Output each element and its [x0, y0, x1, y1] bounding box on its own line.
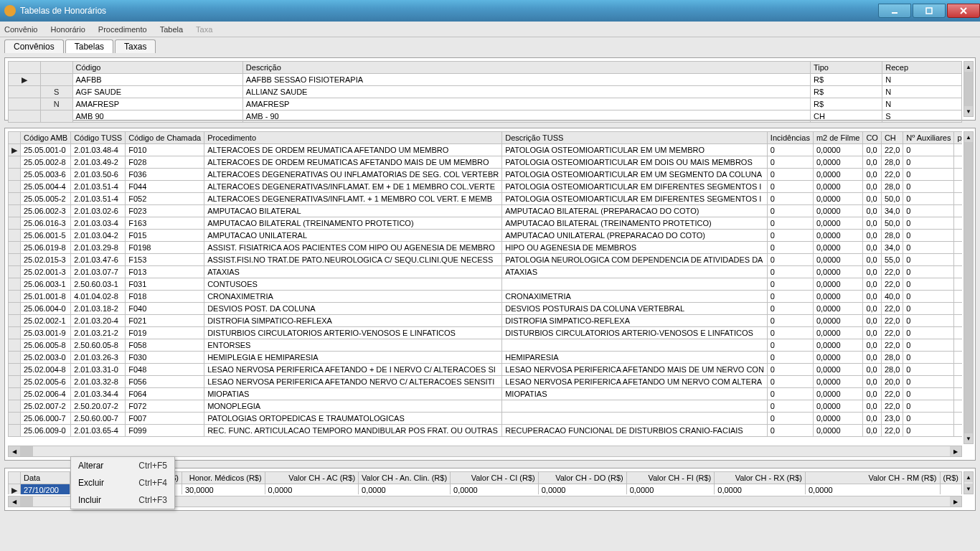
tab-tabelas[interactable]: Tabelas — [65, 39, 113, 53]
top-grid-vscroll[interactable]: ▲ ▼ — [963, 61, 974, 117]
column-header[interactable]: (R$) — [940, 472, 961, 484]
column-header[interactable]: Tipo — [811, 62, 882, 74]
menu-taxa[interactable]: Taxa — [196, 25, 212, 34]
table-cell: F010 — [126, 144, 204, 156]
scrollbar-thumb[interactable] — [20, 446, 33, 456]
column-header[interactable]: Data — [21, 472, 70, 484]
column-header[interactable]: Honor. Médicos (R$) — [182, 472, 265, 484]
column-header[interactable]: Recep — [882, 62, 962, 74]
column-header[interactable]: Código — [72, 62, 242, 74]
top-grid[interactable]: CódigoDescriçãoTipoRecep ▶AAFBBAAFBB SES… — [8, 61, 962, 123]
row-marker — [9, 315, 21, 327]
table-row[interactable]: 25.02.007-22.50.20.07-2F072MONOPLEGIA00,… — [9, 400, 963, 413]
table-row[interactable]: 25.05.005-22.01.03.51-4F052ALTERACOES DE… — [9, 193, 963, 205]
close-button[interactable] — [947, 4, 980, 18]
column-header[interactable]: Valor CH - DO (R$) — [538, 472, 626, 484]
table-row[interactable]: 25.06.019-82.01.03.29-8F0198ASSIST. FISI… — [9, 242, 963, 254]
column-header[interactable]: Código de Chamada — [126, 132, 204, 144]
table-row[interactable]: 25.06.016-32.01.03.03-4F163AMPUTACAO BIL… — [9, 217, 963, 230]
column-header[interactable]: Descrição — [242, 62, 810, 74]
table-row[interactable]: 25.06.001-52.01.03.04-2F015AMPUTACAO UNI… — [9, 230, 963, 242]
column-header[interactable]: Procedimento — [204, 132, 502, 144]
column-header[interactable]: Valor CH - CI (R$) — [451, 472, 539, 484]
table-row[interactable]: SAGF SAUDEALLIANZ SAUDER$N — [9, 86, 962, 98]
column-header[interactable]: Código TUSS — [71, 132, 126, 144]
table-row[interactable]: 25.02.002-12.01.03.20-4F021DISTROFIA SIM… — [9, 315, 963, 327]
table-row[interactable]: 25.05.003-62.01.03.50-6F036ALTERACOES DE… — [9, 169, 963, 181]
main-grid[interactable]: Código AMBCódigo TUSSCódigo de ChamadaPr… — [8, 131, 962, 437]
titlebar: Tabelas de Honorários — [0, 0, 980, 22]
scrollbar-thumb[interactable] — [964, 142, 973, 433]
menu-item-excluir[interactable]: Excluir Ctrl+F4 — [71, 474, 174, 491]
column-header[interactable] — [40, 62, 72, 74]
app-icon — [4, 5, 16, 17]
column-header[interactable]: Valor CH - RX (R$) — [715, 472, 806, 484]
column-header[interactable]: Nº Auxiliares — [903, 132, 954, 144]
column-header[interactable] — [9, 62, 41, 74]
table-cell: 0,0 — [863, 352, 882, 364]
table-cell: 2.01.03.32-8 — [71, 376, 126, 388]
table-row[interactable]: NAMAFRESPAMAFRESPR$N — [9, 98, 962, 110]
column-header[interactable]: m2 de Filme — [813, 132, 863, 144]
table-cell: N — [882, 74, 962, 86]
table-row[interactable]: 25.02.004-82.01.03.31-0F048LESAO NERVOSA… — [9, 364, 963, 376]
arrow-down-icon: ▼ — [966, 486, 971, 492]
column-header[interactable]: p — [954, 132, 962, 144]
table-cell — [954, 388, 962, 400]
table-row[interactable]: 25.02.001-32.01.03.07-7F013ATAXIASATAXIA… — [9, 266, 963, 278]
menu-honorario[interactable]: Honorário — [50, 25, 85, 34]
table-cell: 2.01.03.20-4 — [71, 315, 126, 327]
menu-convenio[interactable]: Convênio — [4, 25, 37, 34]
minimize-button[interactable] — [878, 4, 911, 18]
table-cell: HEMIPLEGIA E HEMIPARESIA — [204, 352, 502, 364]
table-row[interactable]: 25.06.002-32.01.03.02-6F023AMPUTACAO BIL… — [9, 205, 963, 217]
table-cell: 0 — [903, 230, 954, 242]
scrollbar-thumb[interactable] — [20, 496, 33, 507]
table-row[interactable]: 25.06.004-02.01.03.18-2F040DESVIOS POST.… — [9, 303, 963, 315]
column-header[interactable]: Valor CH - An. Clin. (R$) — [359, 472, 451, 484]
maximize-button[interactable] — [913, 4, 946, 18]
column-header[interactable]: CO — [863, 132, 882, 144]
menu-item-incluir[interactable]: Incluir Ctrl+F3 — [71, 491, 174, 509]
table-row[interactable]: ▶AAFBBAAFBB SESSAO FISIOTERAPIAR$N — [9, 74, 962, 86]
table-row[interactable]: 25.01.001-84.01.04.02-8F018CRONAXIMETRIA… — [9, 291, 963, 303]
scrollbar-thumb[interactable] — [964, 72, 973, 108]
table-cell: 2.01.03.65-4 — [71, 425, 126, 437]
table-row[interactable]: 25.02.015-32.01.03.47-6F153ASSIST.FISI.N… — [9, 254, 963, 266]
bottom-grid-vscroll[interactable]: ▲ ▼ — [963, 471, 974, 494]
column-header[interactable]: Valor CH - FI (R$) — [626, 472, 715, 484]
menu-item-alterar[interactable]: Alterar Ctrl+F5 — [71, 457, 174, 474]
table-cell: 0,0 — [863, 169, 882, 181]
table-row[interactable]: 25.06.009-02.01.03.65-4F099REC. FUNC. AR… — [9, 425, 963, 437]
table-cell: 0,0 — [863, 291, 882, 303]
table-row[interactable]: 25.03.001-92.01.03.21-2F019DISTURBIOS CI… — [9, 327, 963, 339]
table-row[interactable]: 25.06.000-72.50.60.00-7F007PATOLOGIAS OR… — [9, 413, 963, 425]
column-header[interactable]: Código AMB — [21, 132, 71, 144]
table-row[interactable]: AMB 90AMB - 90CHS — [9, 110, 962, 123]
menu-tabela[interactable]: Tabela — [160, 25, 183, 34]
column-header[interactable]: Valor CH - AC (R$) — [265, 472, 358, 484]
table-row[interactable]: 25.05.004-42.01.03.51-4F044ALTERACOES DE… — [9, 181, 963, 193]
column-header[interactable]: CH — [881, 132, 903, 144]
column-header[interactable]: Incidências — [767, 132, 813, 144]
table-row[interactable]: 25.02.006-42.01.03.34-4F064MIOPATIASMIOP… — [9, 388, 963, 400]
table-row[interactable]: 25.06.003-12.50.60.03-1F031CONTUSOES00,0… — [9, 278, 963, 291]
table-cell: 2.01.03.51-4 — [71, 193, 126, 205]
table-row[interactable]: 25.02.005-62.01.03.32-8F056LESAO NERVOSA… — [9, 376, 963, 388]
table-cell — [954, 364, 962, 376]
tab-taxas[interactable]: Taxas — [115, 39, 156, 53]
menu-procedimento[interactable]: Procedimento — [98, 25, 147, 34]
table-row[interactable]: 25.05.002-82.01.03.49-2F028ALTERACOES DE… — [9, 156, 963, 169]
table-row[interactable]: 25.02.003-02.01.03.26-3F030HEMIPLEGIA E … — [9, 352, 963, 364]
column-header[interactable]: Descrição TUSS — [502, 132, 768, 144]
table-cell: CRONAXIMETRIA — [502, 291, 768, 303]
table-cell: 0 — [903, 339, 954, 352]
column-header[interactable]: Valor CH - RM (R$) — [805, 472, 940, 484]
table-row[interactable]: ▶25.05.001-02.01.03.48-4F010ALTERACOES D… — [9, 144, 963, 156]
main-grid-hscroll[interactable]: ◀ ▶ — [8, 446, 962, 457]
main-grid-vscroll[interactable]: ▲ ▼ — [963, 131, 974, 444]
table-row[interactable]: 25.06.005-82.50.60.05-8F058ENTORSES00,00… — [9, 339, 963, 352]
context-menu: Alterar Ctrl+F5 Excluir Ctrl+F4 Incluir … — [70, 456, 175, 509]
tab-convenios[interactable]: Convênios — [4, 39, 64, 53]
arrow-down-icon: ▼ — [966, 108, 971, 115]
